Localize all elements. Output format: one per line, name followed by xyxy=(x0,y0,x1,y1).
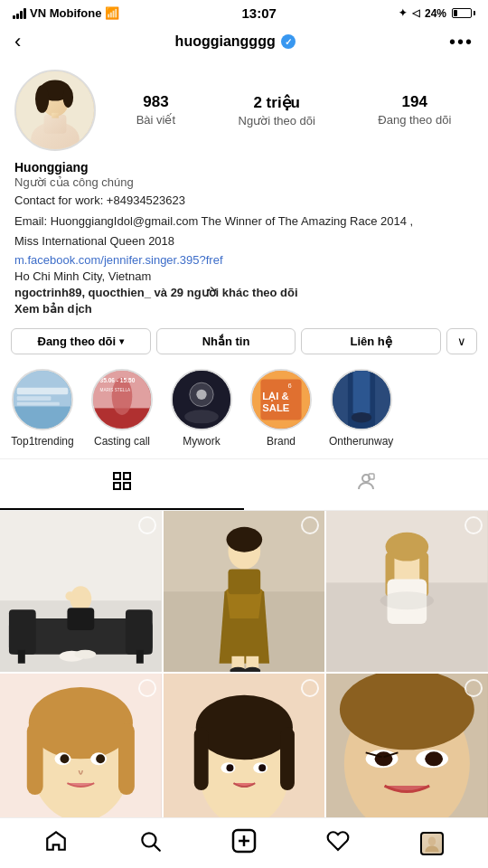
person-tag-icon xyxy=(355,471,377,498)
grid-item-5[interactable] xyxy=(164,674,325,835)
svg-rect-45 xyxy=(67,608,94,630)
posts-stat[interactable]: 983 Bài viết xyxy=(136,93,175,128)
svg-text:6: 6 xyxy=(288,381,292,389)
nav-home[interactable] xyxy=(9,818,103,868)
svg-point-65 xyxy=(380,591,435,609)
svg-rect-40 xyxy=(9,609,36,655)
svg-rect-70 xyxy=(118,723,135,795)
wifi-icon: 📶 xyxy=(105,6,119,20)
highlight-item-top1trending[interactable]: Top1trending xyxy=(11,369,74,448)
navigation-icon: ◁ xyxy=(412,7,419,19)
signal-icon xyxy=(13,8,26,19)
stats-row: 983 Bài viết 2 triệu Người theo dõi 194 … xyxy=(114,93,474,128)
highlight-item-castingcall[interactable]: 35.06 - 15.50 MARIS STELLA Casting call xyxy=(90,369,154,448)
grid-select-checkbox-1[interactable] xyxy=(138,516,156,534)
profile-thumb-icon xyxy=(420,832,444,855)
svg-point-46 xyxy=(65,591,74,600)
svg-rect-42 xyxy=(18,649,25,663)
bio-contact: Contact for work: +84934523623 xyxy=(14,192,474,210)
svg-line-92 xyxy=(155,844,160,850)
grid-item-1[interactable] xyxy=(0,511,162,673)
bio-line2: Miss International Queen 2018 xyxy=(14,232,474,250)
carrier-label: VN Mobifone xyxy=(30,6,101,20)
highlight-item-brand[interactable]: LẠI & SALE 6 Brand xyxy=(249,369,313,448)
grid-icon xyxy=(111,470,133,497)
svg-point-73 xyxy=(60,755,69,764)
svg-rect-11 xyxy=(17,396,52,401)
nav-activity[interactable] xyxy=(291,818,385,868)
tabs-bar xyxy=(0,458,488,511)
dropdown-button[interactable]: ∨ xyxy=(446,328,477,354)
svg-point-77 xyxy=(195,695,292,760)
highlight-item-ontherunway[interactable]: Ontherunway xyxy=(329,369,393,448)
svg-point-5 xyxy=(35,85,49,113)
battery-pct-label: 24% xyxy=(425,7,446,20)
bio-name: Huonggiang xyxy=(14,160,474,175)
bottom-nav xyxy=(0,817,488,868)
highlight-item-mywork[interactable]: Mywork xyxy=(170,369,233,448)
back-button[interactable]: ‹ xyxy=(14,30,21,53)
svg-rect-53 xyxy=(228,569,260,594)
profile-header: ‹ huoggiangggg ✓ ••• xyxy=(0,24,488,61)
svg-rect-12 xyxy=(17,401,60,405)
add-icon xyxy=(231,828,257,859)
highlight-label-brand: Brand xyxy=(267,435,296,448)
following-label: Đang theo dõi xyxy=(378,113,451,127)
profile-section: 983 Bài viết 2 triệu Người theo dõi 194 … xyxy=(0,61,488,158)
status-bar: VN Mobifone 📶 13:07 ✦ ◁ 24% xyxy=(0,0,488,24)
posts-count: 983 xyxy=(136,93,175,111)
more-options-button[interactable]: ••• xyxy=(449,32,474,52)
svg-rect-9 xyxy=(14,406,71,428)
contact-button[interactable]: Liên hệ xyxy=(301,328,441,354)
grid-item-4[interactable] xyxy=(0,674,162,835)
grid-item-3[interactable] xyxy=(326,511,488,673)
grid-item-2[interactable] xyxy=(164,511,325,673)
bio-line1: Email: HuonggiangIdol@gmail.com The Winn… xyxy=(14,212,474,231)
svg-rect-79 xyxy=(280,728,295,790)
highlight-circle-mywork xyxy=(171,369,232,430)
nav-search[interactable] xyxy=(103,818,197,868)
tab-tagged[interactable] xyxy=(244,459,488,510)
svg-text:35.06 - 15.50: 35.06 - 15.50 xyxy=(100,377,136,383)
grid-select-checkbox-2[interactable] xyxy=(301,516,319,534)
svg-rect-33 xyxy=(114,483,120,489)
bio-link[interactable]: m.facebook.com/jennifer.singer.395?fref xyxy=(14,253,474,267)
svg-rect-78 xyxy=(193,728,208,790)
follow-button[interactable]: Đang theo dõi ▾ xyxy=(11,328,151,354)
battery-icon xyxy=(452,8,475,18)
home-icon xyxy=(44,829,68,858)
bio-translate[interactable]: Xem bản dịch xyxy=(14,302,474,316)
highlight-circle-castingcall: 35.06 - 15.50 MARIS STELLA xyxy=(91,369,153,430)
bio-subtitle: Người của công chúng xyxy=(14,175,474,189)
grid-select-checkbox-3[interactable] xyxy=(465,516,483,534)
nav-profile[interactable] xyxy=(385,818,479,868)
followers-label: Người theo dõi xyxy=(239,114,315,127)
highlight-circle-brand: LẠI & SALE 6 xyxy=(250,369,312,430)
nav-add[interactable] xyxy=(197,818,291,868)
grid-select-checkbox-4[interactable] xyxy=(138,679,156,697)
svg-point-52 xyxy=(226,526,262,552)
username-label: huoggiangggg xyxy=(175,33,276,50)
status-right: ✦ ◁ 24% xyxy=(399,7,475,20)
highlight-label-mywork: Mywork xyxy=(183,435,220,448)
followers-stat[interactable]: 2 triệu Người theo dõi xyxy=(239,93,315,128)
svg-rect-41 xyxy=(126,609,153,655)
svg-rect-43 xyxy=(136,649,144,663)
location-icon: ✦ xyxy=(399,7,407,19)
followed-by-text: ngoctrinh89, quocthien_ và 29 người khác… xyxy=(14,286,298,299)
avatar[interactable] xyxy=(14,70,96,151)
tab-grid[interactable] xyxy=(0,459,244,510)
svg-rect-29 xyxy=(352,371,370,413)
photo-grid xyxy=(0,511,488,835)
grid-item-6[interactable] xyxy=(326,674,488,835)
verified-badge: ✓ xyxy=(281,34,296,49)
following-stat[interactable]: 194 Đang theo dõi xyxy=(378,93,451,128)
highlights-row: Top1trending 35.06 - 15.50 MARIS STELLA … xyxy=(0,363,488,458)
svg-text:MARIS STELLA: MARIS STELLA xyxy=(100,387,131,392)
bio-location: Ho Chi Minh City, Vietnam xyxy=(14,269,474,283)
action-buttons: Đang theo dõi ▾ Nhắn tin Liên hệ ∨ xyxy=(0,323,488,363)
search-icon xyxy=(138,829,162,858)
svg-point-74 xyxy=(96,755,105,764)
username-container: huoggiangggg ✓ xyxy=(175,33,296,50)
message-button[interactable]: Nhắn tin xyxy=(156,328,296,354)
